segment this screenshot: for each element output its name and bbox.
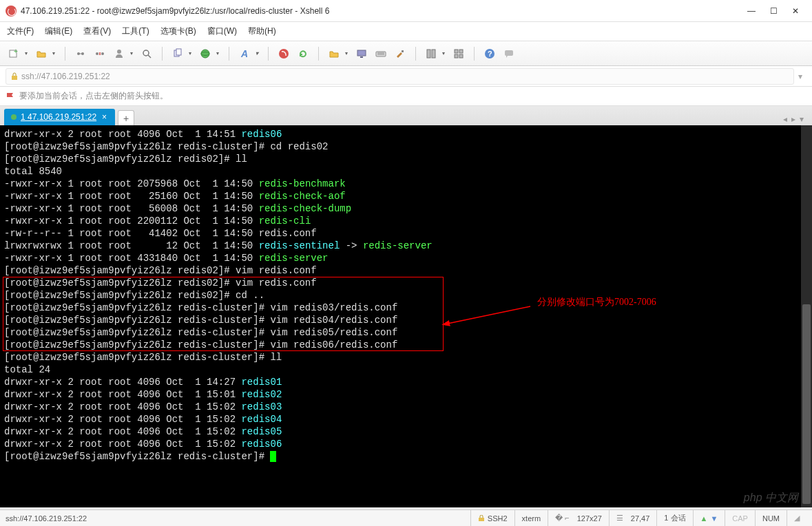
terminal-line: [root@izwz9ef5sjam9pvfyiz26lz redis02]# …	[4, 153, 808, 165]
disconnect-icon[interactable]	[92, 45, 108, 62]
tab-nav-right-icon[interactable]: ▸	[791, 114, 795, 124]
tab-nav-left-icon[interactable]: ◂	[783, 114, 787, 124]
svg-rect-27	[455, 54, 458, 58]
scrollbar-thumb[interactable]	[802, 304, 811, 504]
terminal-line: drwxr-xr-x 2 root root 4096 Oct 1 15:02 …	[4, 438, 808, 450]
menu-tools[interactable]: 工具(T)	[122, 25, 149, 37]
svg-rect-23	[427, 50, 430, 58]
tab-bar: 1 47.106.219.251:22 × + ◂ ▸ ▾	[0, 106, 812, 125]
terminal-line: -rwxr-xr-x 1 root root 25160 Oct 1 14:50…	[4, 190, 808, 202]
terminal-line: drwxr-xr-x 2 root root 4096 Oct 1 15:01 …	[4, 388, 808, 401]
status-num: NUM	[755, 510, 787, 526]
terminal-line: [root@izwz9ef5sjam9pvfyiz26lz redis-clus…	[4, 326, 808, 339]
close-button[interactable]: ✕	[791, 6, 800, 16]
layout-icon[interactable]	[423, 45, 439, 62]
status-term: xterm	[514, 510, 548, 526]
terminal-line: drwxr-xr-x 2 root root 4096 Oct 1 14:51 …	[4, 128, 808, 140]
status-conn: SSH2	[470, 510, 514, 526]
svg-rect-28	[459, 54, 463, 58]
menu-bar: 文件(F) 编辑(E) 查看(V) 工具(T) 选项卡(B) 窗口(W) 帮助(…	[0, 22, 812, 41]
terminal-line: [root@izwz9ef5sjam9pvfyiz26lz redis-clus…	[4, 314, 808, 326]
terminal-line: -rwxr-xr-x 1 root root 56008 Oct 1 14:50…	[4, 202, 808, 215]
tab-status-icon	[11, 114, 17, 120]
terminal-line: -rwxr-xr-x 1 root root 2075968 Oct 1 14:…	[4, 178, 808, 190]
chat-icon[interactable]	[501, 45, 517, 62]
tab-menu-icon[interactable]: ▾	[800, 114, 804, 124]
terminal-line: [root@izwz9ef5sjam9pvfyiz26lz redis-clus…	[4, 302, 808, 314]
svg-rect-17	[357, 50, 366, 56]
scrollbar[interactable]	[801, 125, 812, 507]
svg-rect-26	[459, 50, 463, 53]
terminal-line: [root@izwz9ef5sjam9pvfyiz26lz redis-clus…	[4, 339, 808, 351]
menu-window[interactable]: 窗口(W)	[207, 25, 237, 37]
open-icon[interactable]	[33, 45, 50, 62]
terminal-line: drwxr-xr-x 2 root root 4096 Oct 1 14:27 …	[4, 376, 808, 388]
maximize-button[interactable]: ☐	[769, 6, 778, 16]
annotation-text: 分别修改端口号为7002-7006	[537, 296, 656, 308]
svg-point-16	[279, 49, 289, 59]
reconnect-icon[interactable]	[72, 45, 89, 62]
status-sessions: 1 会话	[656, 510, 692, 526]
terminal-line: [root@izwz9ef5sjam9pvfyiz26lz redis02]# …	[4, 277, 808, 289]
search-icon[interactable]	[138, 45, 155, 62]
lock-icon	[10, 72, 19, 81]
menu-help[interactable]: 帮助(H)	[248, 25, 276, 37]
svg-point-6	[101, 52, 104, 55]
svg-rect-32	[12, 76, 17, 80]
terminal-line: lrwxrwxrwx 1 root root 12 Oct 1 14:50 re…	[4, 240, 808, 252]
status-transfer: ▲▼	[693, 510, 725, 526]
terminal-line: total 24	[4, 364, 808, 376]
svg-rect-34	[479, 518, 484, 521]
xshell-icon[interactable]	[275, 45, 292, 62]
svg-text:+: +	[14, 48, 18, 55]
address-dropdown-icon[interactable]: ▾	[794, 72, 806, 81]
title-bar: 47.106.219.251:22 - root@izwz9ef5sjam9pv…	[0, 0, 812, 22]
address-input[interactable]: ssh://47.106.219.251:22	[6, 68, 794, 85]
svg-point-9	[117, 50, 121, 54]
refresh-icon[interactable]	[295, 45, 311, 62]
font-icon[interactable]: A	[236, 45, 253, 62]
svg-rect-18	[360, 56, 363, 58]
tab-label: 1 47.106.219.251:22	[21, 112, 96, 122]
menu-tabs[interactable]: 选项卡(B)	[160, 25, 196, 37]
menu-view[interactable]: 查看(V)	[83, 25, 111, 37]
svg-line-11	[148, 55, 151, 58]
terminal[interactable]: drwxr-xr-x 2 root root 4096 Oct 1 14:51 …	[0, 125, 812, 507]
folder-icon[interactable]	[326, 45, 342, 62]
hint-text: 要添加当前会话，点击左侧的箭头按钮。	[19, 90, 168, 102]
terminal-line: [root@izwz9ef5sjam9pvfyiz26lz redis-clus…	[4, 450, 808, 463]
terminal-line: total 8540	[4, 165, 808, 178]
keyboard-icon[interactable]	[373, 45, 389, 62]
menu-edit[interactable]: 编辑(E)	[45, 25, 72, 37]
screen-icon[interactable]	[353, 45, 370, 62]
help-icon[interactable]: ?	[481, 45, 498, 62]
status-bar: ssh://47.106.219.251:22 SSH2 xterm � ⌐ 1…	[0, 509, 812, 526]
terminal-line: -rwxr-xr-x 1 root root 4331840 Oct 1 14:…	[4, 252, 808, 264]
terminal-line: [root@izwz9ef5sjam9pvfyiz26lz redis02]# …	[4, 289, 808, 302]
tab-close-icon[interactable]: ×	[101, 112, 108, 122]
new-tab-button[interactable]: +	[118, 110, 134, 125]
copy-icon[interactable]	[169, 45, 186, 62]
terminal-line: -rw-r--r-- 1 root root 41402 Oct 1 14:50…	[4, 227, 808, 240]
address-bar: ssh://47.106.219.251:22 ▾	[0, 66, 812, 87]
svg-rect-31	[505, 50, 513, 56]
svg-rect-13	[176, 49, 181, 55]
svg-point-10	[143, 50, 149, 56]
brush-icon[interactable]	[392, 45, 408, 62]
svg-rect-24	[432, 50, 435, 58]
status-resize-icon[interactable]: ◢	[787, 510, 806, 526]
globe-icon[interactable]	[197, 45, 214, 62]
minimize-button[interactable]: —	[747, 6, 756, 16]
tile-icon[interactable]	[450, 45, 467, 62]
menu-file[interactable]: 文件(F)	[7, 25, 34, 37]
hint-bar: 要添加当前会话，点击左侧的箭头按钮。	[0, 87, 812, 106]
svg-rect-25	[455, 50, 458, 53]
svg-rect-22	[402, 50, 404, 52]
terminal-line: [root@izwz9ef5sjam9pvfyiz26lz redis-clus…	[4, 351, 808, 364]
session-tab[interactable]: 1 47.106.219.251:22 ×	[4, 109, 115, 125]
profile-icon[interactable]	[111, 45, 127, 62]
toolbar: + A ?	[0, 41, 812, 66]
new-session-icon[interactable]: +	[6, 45, 22, 62]
svg-point-5	[96, 52, 98, 55]
lock-icon	[478, 515, 485, 522]
